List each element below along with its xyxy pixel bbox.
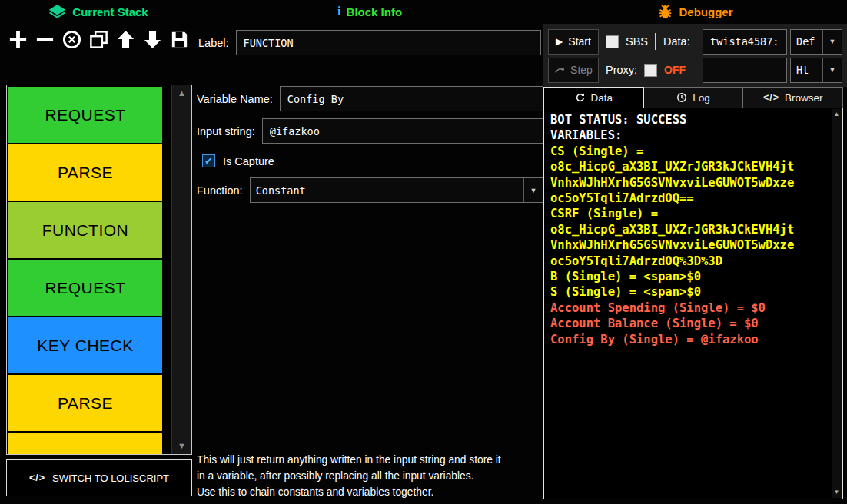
move-down-button[interactable]	[141, 28, 164, 51]
tab-browser[interactable]: </> Browser	[743, 87, 843, 108]
proxy-type-combo[interactable]: Ht ▼	[790, 58, 842, 83]
variable-name-caption: Variable Name:	[197, 93, 273, 105]
tab-browser-label: Browser	[785, 92, 823, 104]
log-line: CSRF (Single) =	[550, 206, 827, 221]
scroll-down-icon[interactable]: ▼	[178, 442, 186, 450]
tab-data[interactable]: Data	[543, 87, 644, 108]
scroll-down-icon[interactable]: ▼	[834, 489, 840, 496]
stack-panel: REQUESTPARSEFUNCTIONREQUESTKEY CHECKPARS…	[6, 85, 192, 455]
current-stack-title: Current Stack	[72, 5, 148, 18]
data-field: Def ▼	[703, 29, 842, 55]
sbs-label: SBS	[626, 35, 648, 48]
log-line: VARIABLES:	[550, 128, 827, 143]
switch-to-loliscript-button[interactable]: </> SWITCH TO LOLISCRIPT	[6, 459, 192, 496]
debugger-output: BOT STATUS: SUCCESSVARIABLES:CS (Single)…	[543, 108, 843, 499]
stack-block[interactable]: PARSE	[8, 144, 162, 201]
log-line: CS (Single) =	[550, 144, 827, 159]
label-input[interactable]	[236, 30, 541, 55]
debugger-title: Debugger	[679, 5, 732, 18]
log-line: B (Single) = <span>$0	[550, 269, 827, 284]
log-line: S (Single) = <span>$0	[550, 284, 827, 300]
remove-block-button[interactable]	[33, 28, 57, 51]
variable-name-input[interactable]	[280, 86, 543, 111]
debugger-panel: Data Log </> Browser BOT STATUS: SUCCESS…	[543, 87, 843, 499]
switch-label: SWITCH TO LOLISCRIPT	[52, 472, 169, 484]
proxy-type-value: Ht	[791, 58, 822, 82]
debugger-log: BOT STATUS: SUCCESSVARIABLES:CS (Single)…	[550, 112, 827, 347]
move-up-button[interactable]	[114, 28, 138, 51]
chevron-down-icon: ▼	[524, 178, 543, 202]
tab-data-label: Data	[591, 92, 613, 104]
block-info-title: Block Info	[347, 5, 403, 18]
block-description: This will just return anything written i…	[197, 452, 544, 500]
start-button[interactable]: ▶ Start	[548, 29, 599, 55]
stack-block[interactable]: FUNCTION	[8, 202, 162, 258]
log-line: o8c_HicpG_aX3BI_UXZrJGR3kJCkEVH4jt	[550, 159, 827, 174]
separator	[655, 33, 656, 50]
log-line: Account Spending (Single) = $0	[550, 300, 827, 316]
function-value: Constant	[251, 178, 523, 202]
debugger-tabs: Data Log </> Browser	[543, 87, 843, 108]
clear-stack-button[interactable]	[60, 28, 84, 51]
check-icon: ✔	[204, 155, 213, 167]
proxy-off-label: OFF	[664, 64, 686, 76]
scroll-up-icon[interactable]: ▲	[178, 89, 186, 98]
stack-block[interactable]: KEY CHECK	[8, 317, 162, 373]
log-line: Account Balance (Single) = $0	[550, 316, 827, 331]
data-input[interactable]	[703, 29, 787, 55]
stack-block[interactable]: REQUEST	[8, 87, 162, 143]
chevron-down-icon: ▼	[823, 30, 842, 54]
history-icon	[676, 92, 687, 103]
save-config-button[interactable]	[168, 28, 191, 51]
clone-block-button[interactable]	[87, 28, 111, 51]
block-settings: Variable Name: Input string: ✔ Is Captur…	[197, 86, 543, 210]
variable-name-row: Variable Name:	[197, 86, 543, 111]
wordlist-type-combo[interactable]: Def ▼	[790, 29, 842, 55]
data-caption: Data:	[663, 35, 690, 48]
step-icon	[554, 65, 565, 75]
log-line: VnhxWJhHXrhG5GSVNvxviLeGUWOT5wDxze	[550, 237, 827, 253]
step-label: Step	[570, 64, 593, 76]
sbs-checkbox[interactable]	[606, 35, 619, 48]
scroll-up-icon[interactable]: ▲	[834, 111, 840, 118]
bug-icon	[657, 4, 673, 20]
stack-block[interactable]: PARSE	[8, 433, 162, 454]
is-capture-label: Is Capture	[223, 155, 274, 167]
proxy-input[interactable]	[703, 58, 787, 83]
step-button[interactable]: Step	[548, 58, 599, 83]
chevron-down-icon: ▼	[823, 58, 842, 82]
log-line: o8c_HicpG_aX3BI_UXZrJGR3kJCkEVH4jt	[550, 222, 827, 237]
refresh-icon	[575, 92, 586, 103]
arrow-down-icon	[142, 29, 163, 50]
is-capture-checkbox[interactable]: ✔	[202, 154, 215, 167]
log-line: BOT STATUS: SUCCESS	[550, 112, 827, 128]
debugger-scrollbar[interactable]: ▲ ▼	[832, 109, 842, 498]
proxy-checkbox[interactable]	[644, 64, 657, 77]
stack-block[interactable]: PARSE	[8, 375, 162, 431]
debugger-controls-row-1: ▶ Start SBS Data: Def ▼	[548, 28, 842, 55]
input-string-input[interactable]	[262, 118, 543, 144]
input-string-caption: Input string:	[197, 125, 255, 138]
label-row: Label:	[198, 30, 541, 55]
input-string-row: Input string:	[197, 118, 543, 144]
proxy-caption: Proxy:	[606, 64, 637, 76]
arrow-up-icon	[115, 29, 136, 50]
log-line: VnhxWJhHXrhG5GSVNvxviLeGUWOT5wDxze	[550, 175, 827, 191]
add-block-button[interactable]	[6, 28, 30, 51]
tab-log[interactable]: Log	[644, 87, 744, 108]
minus-icon	[35, 29, 55, 50]
stack-block[interactable]: REQUEST	[8, 260, 162, 316]
stack-toolbar	[6, 28, 191, 51]
stack-scrollbar[interactable]: ▲ ▼	[171, 85, 191, 454]
current-stack-header: Current Stack	[0, 0, 196, 23]
code-icon: </>	[763, 92, 779, 103]
proxy-field: Ht ▼	[703, 58, 842, 83]
block-info-header: i Block Info	[196, 0, 543, 23]
start-label: Start	[568, 35, 591, 48]
function-combo[interactable]: Constant ▼	[250, 177, 543, 203]
debugger-controls-row-2: Step Proxy: OFF Ht ▼	[548, 57, 842, 83]
tab-log-label: Log	[693, 92, 710, 104]
info-icon: i	[337, 4, 341, 19]
save-icon	[169, 29, 190, 50]
clone-icon	[88, 29, 109, 50]
